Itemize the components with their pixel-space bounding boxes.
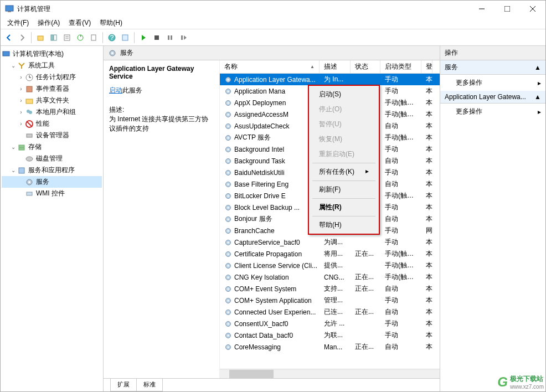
export-button[interactable] bbox=[87, 32, 100, 44]
tree-system-tools[interactable]: ⌄系统工具 bbox=[2, 60, 102, 71]
back-button[interactable] bbox=[3, 32, 15, 44]
play-button[interactable] bbox=[137, 32, 150, 44]
tree-performance[interactable]: ›性能 bbox=[2, 118, 102, 130]
ctx-start[interactable]: 启动(S) bbox=[310, 87, 378, 102]
svg-point-48 bbox=[228, 114, 229, 115]
tree-panel[interactable]: 计算机管理(本地) ⌄系统工具 ›任务计划程序 ›事件查看器 ›共享文件夹 ›本… bbox=[1, 46, 104, 391]
expand-icon[interactable]: › bbox=[17, 74, 25, 80]
service-row[interactable]: CaptureService_bacf0为调...手动本 bbox=[220, 236, 440, 248]
chevron-right-icon: ▸ bbox=[538, 108, 541, 116]
col-logon[interactable]: 登 bbox=[421, 60, 432, 73]
service-row[interactable]: Application Layer Gatewa...为 In...手动本 bbox=[220, 74, 440, 85]
service-row[interactable]: CNG Key IsolationCNG...正在...手动(触发...本 bbox=[220, 271, 440, 283]
service-desc-cell: 管理... bbox=[320, 296, 351, 305]
ctx-restart: 重新启动(E) bbox=[310, 147, 378, 162]
menu-action[interactable]: 操作(A) bbox=[33, 17, 64, 29]
gear-icon bbox=[224, 227, 232, 235]
pause-button[interactable] bbox=[164, 32, 176, 44]
maximize-button[interactable] bbox=[495, 1, 520, 17]
service-logon-cell: 本 bbox=[421, 284, 432, 293]
service-start-cell: 手动(触发... bbox=[380, 98, 421, 107]
tree-root[interactable]: 计算机管理(本地) bbox=[2, 48, 102, 60]
tree-wmi[interactable]: WMI 控件 bbox=[2, 188, 102, 199]
service-row[interactable]: COM+ System Application管理...手动本 bbox=[220, 295, 440, 306]
tree-shared-folders[interactable]: ›共享文件夹 bbox=[2, 95, 102, 106]
tab-extended[interactable]: 扩展 bbox=[110, 379, 137, 391]
expand-icon[interactable]: › bbox=[17, 97, 25, 104]
show-hide-button[interactable] bbox=[48, 32, 60, 44]
service-name-cell: Certificate Propagation bbox=[234, 250, 302, 258]
tree-services-apps[interactable]: ⌄服务和应用程序 bbox=[2, 164, 102, 176]
actions-section-selected[interactable]: Application Layer Gatewa...▲ bbox=[440, 91, 545, 104]
separator bbox=[134, 32, 135, 43]
col-name[interactable]: 名称▲ bbox=[220, 60, 320, 73]
service-name-cell: AVCTP 服务 bbox=[234, 133, 271, 142]
view-button[interactable] bbox=[119, 32, 131, 44]
tab-standard[interactable]: 标准 bbox=[136, 379, 163, 391]
service-row[interactable]: ConsentUX_bacf0允许 ...手动本 bbox=[220, 318, 440, 329]
forward-button[interactable] bbox=[16, 32, 28, 44]
expand-icon[interactable]: › bbox=[17, 86, 25, 92]
menu-file[interactable]: 文件(F) bbox=[3, 17, 33, 29]
tree-event-viewer[interactable]: ›事件查看器 bbox=[2, 83, 102, 95]
tree-task-scheduler[interactable]: ›任务计划程序 bbox=[2, 71, 102, 83]
actions-more2[interactable]: 更多操作▸ bbox=[440, 104, 545, 120]
service-desc-cell: 为调... bbox=[320, 238, 351, 247]
ctx-properties[interactable]: 属性(R) bbox=[310, 200, 378, 215]
device-icon bbox=[25, 131, 34, 140]
restart-button[interactable] bbox=[177, 32, 189, 44]
service-row[interactable]: Client License Service (Cli...提供...手动(触发… bbox=[220, 260, 440, 271]
col-status[interactable]: 状态 bbox=[351, 60, 380, 73]
up-button[interactable] bbox=[34, 32, 47, 44]
gear-icon bbox=[224, 87, 232, 95]
main-body: Application Layer Gateway Service 启动此服务 … bbox=[104, 60, 440, 378]
ctx-all-tasks[interactable]: 所有任务(K)▸ bbox=[310, 164, 378, 179]
close-button[interactable] bbox=[520, 1, 545, 17]
tree-services[interactable]: 服务 bbox=[2, 176, 102, 188]
sort-asc-icon: ▲ bbox=[310, 64, 315, 69]
col-desc[interactable]: 描述 bbox=[320, 60, 351, 73]
gear-icon bbox=[224, 76, 232, 84]
ctx-help[interactable]: 帮助(H) bbox=[310, 218, 378, 233]
refresh-button[interactable] bbox=[74, 32, 86, 44]
menu-view[interactable]: 查看(V) bbox=[64, 17, 95, 29]
service-row[interactable]: Certificate Propagation将用...正在...手动(触发..… bbox=[220, 248, 440, 260]
help-button[interactable]: ? bbox=[106, 32, 118, 44]
service-name-cell: COM+ Event System bbox=[234, 285, 296, 293]
service-row[interactable]: CoreMessagingMan...正在...自动本 bbox=[220, 341, 440, 353]
menu-help[interactable]: 帮助(H) bbox=[95, 17, 127, 29]
collapse-icon[interactable]: ⌄ bbox=[9, 63, 17, 69]
service-row[interactable]: COM+ Event System支持...正在...自动本 bbox=[220, 283, 440, 295]
actions-more1[interactable]: 更多操作▸ bbox=[440, 75, 545, 91]
stop-button[interactable] bbox=[151, 32, 163, 44]
tree-device-manager[interactable]: 设备管理器 bbox=[2, 130, 102, 141]
tree-local-users[interactable]: ›本地用户和组 bbox=[2, 106, 102, 118]
collapse-icon[interactable]: ⌄ bbox=[9, 167, 17, 173]
actions-section-services[interactable]: 服务▲ bbox=[440, 60, 545, 75]
expand-icon[interactable]: › bbox=[17, 109, 25, 115]
service-desc-cell: 为 In... bbox=[320, 75, 351, 84]
horizontal-scrollbar[interactable] bbox=[220, 369, 440, 378]
service-row[interactable]: Contact Data_bacf0为联...手动本 bbox=[220, 329, 440, 341]
svg-rect-3 bbox=[504, 6, 510, 12]
actions-body: 服务▲ 更多操作▸ Application Layer Gatewa...▲ 更… bbox=[440, 60, 545, 391]
service-start-cell: 自动 bbox=[380, 179, 421, 189]
minimize-button[interactable] bbox=[469, 1, 495, 17]
start-link[interactable]: 启动 bbox=[109, 86, 122, 94]
service-name-cell: Contact Data_bacf0 bbox=[234, 332, 293, 339]
service-name-cell: BitLocker Drive E bbox=[234, 192, 286, 200]
ctx-refresh[interactable]: 刷新(F) bbox=[310, 182, 378, 197]
tree-disk-management[interactable]: 磁盘管理 bbox=[2, 153, 102, 164]
service-row[interactable]: Connected User Experien...已连...正在...自动本 bbox=[220, 306, 440, 318]
properties-button[interactable] bbox=[61, 32, 73, 44]
service-start-cell: 手动 bbox=[380, 238, 421, 247]
col-start[interactable]: 启动类型 bbox=[380, 60, 421, 73]
chevron-right-icon: ▸ bbox=[365, 167, 369, 177]
actions-title: 操作 bbox=[440, 46, 545, 60]
tree-storage[interactable]: ⌄存储 bbox=[2, 141, 102, 153]
service-logon-cell: 本 bbox=[421, 214, 432, 224]
service-logon-cell: 本 bbox=[421, 133, 432, 142]
collapse-icon[interactable]: ⌄ bbox=[9, 144, 17, 150]
svg-point-70 bbox=[228, 241, 229, 243]
gear-icon bbox=[224, 343, 232, 351]
